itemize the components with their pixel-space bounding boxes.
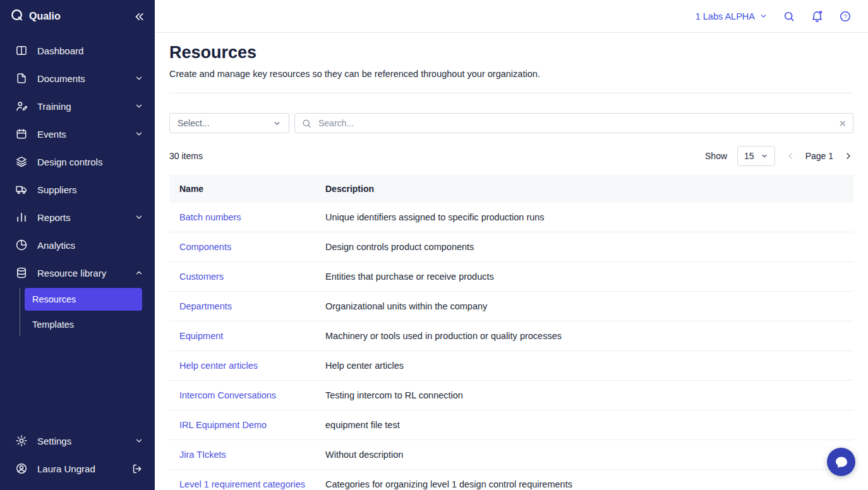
sidebar-item-suppliers[interactable]: Suppliers: [0, 176, 155, 203]
sidebar-item-label: Dashboard: [37, 45, 83, 56]
resource-description: Design controls product components: [325, 242, 853, 252]
bar-chart-icon: [15, 211, 28, 224]
page-indicator: Page 1: [805, 151, 833, 161]
resource-link[interactable]: Batch numbers: [179, 212, 241, 222]
user-name: Laura Ungrad: [37, 463, 95, 474]
resource-library-submenu: Resources Templates: [20, 288, 142, 336]
resource-description: Help center articles: [325, 361, 853, 371]
document-icon: [15, 72, 28, 85]
filter-select[interactable]: Select...: [169, 113, 289, 133]
column-header-name: Name: [169, 184, 325, 194]
resource-description: Unique identifiers assigned to specific …: [325, 212, 853, 222]
database-icon: [15, 266, 28, 279]
sidebar-item-analytics[interactable]: Analytics: [0, 231, 155, 259]
table-row: Level 1 requirement categories Categorie…: [169, 470, 853, 490]
search-box: ✕: [294, 113, 853, 133]
show-label: Show: [705, 151, 727, 161]
chevron-down-icon: [135, 436, 143, 445]
resource-description: Entities that purchase or receive produc…: [325, 272, 853, 282]
chevron-down-icon: [135, 102, 143, 111]
sidebar-subitem-templates[interactable]: Templates: [25, 313, 142, 336]
layers-icon: [15, 155, 28, 168]
search-input[interactable]: [317, 117, 833, 129]
sidebar: Qualio Dashboard Documents: [0, 0, 155, 490]
intercom-chat-button[interactable]: [827, 448, 855, 476]
sidebar-subitem-label: Resources: [32, 294, 76, 304]
global-search-button[interactable]: [783, 10, 795, 23]
help-button[interactable]: ?: [839, 10, 852, 23]
org-switcher[interactable]: 1 Labs ALPHA: [696, 11, 768, 21]
sidebar-subitem-resources[interactable]: Resources: [25, 288, 142, 311]
resource-description: Categories for organizing level 1 design…: [325, 479, 853, 489]
app-logo: Qualio: [10, 8, 61, 25]
training-icon: [15, 100, 28, 112]
double-chevron-left-icon: [133, 11, 145, 23]
table-row: Intercom Conversations Testing intercom …: [169, 381, 853, 410]
chevron-down-icon: [273, 119, 281, 128]
clear-search-icon[interactable]: ✕: [838, 119, 847, 128]
resources-table: Name Description Batch numbers Unique id…: [169, 175, 853, 490]
next-page-button[interactable]: [843, 151, 853, 161]
chevron-right-icon: [843, 151, 853, 161]
notifications-button[interactable]: [811, 9, 824, 23]
table-row: Jira TIckets Without description: [169, 440, 853, 470]
resource-link[interactable]: IRL Equipment Demo: [179, 420, 267, 430]
resource-link[interactable]: Departments: [179, 301, 232, 311]
page-size-value: 15: [744, 151, 754, 161]
table-row: Batch numbers Unique identifiers assigne…: [169, 203, 853, 232]
sidebar-item-design-controls[interactable]: Design controls: [0, 148, 155, 176]
list-toolbar: 30 items Show 15 Page 1: [169, 146, 853, 166]
resource-description: Machinery or tools used in production or…: [325, 331, 853, 341]
sidebar-item-reports[interactable]: Reports: [0, 203, 155, 231]
sidebar-collapse-button[interactable]: [133, 11, 145, 23]
topbar: 1 Labs ALPHA ?: [155, 0, 868, 33]
sidebar-subitem-label: Templates: [32, 320, 74, 330]
user-menu[interactable]: Laura Ungrad: [0, 455, 155, 484]
sidebar-footer: Settings Laura Ungrad: [0, 427, 155, 490]
user-avatar-icon: [15, 462, 28, 475]
sidebar-item-label: Analytics: [37, 240, 75, 251]
resource-link[interactable]: Components: [179, 242, 231, 252]
resource-link[interactable]: Equipment: [179, 331, 223, 341]
page-size-select[interactable]: 15: [737, 146, 775, 166]
search-icon: [301, 118, 312, 129]
logout-icon: [131, 463, 143, 475]
resource-link[interactable]: Level 1 requirement categories: [179, 479, 305, 489]
sidebar-item-events[interactable]: Events: [0, 120, 155, 148]
sidebar-item-resource-library[interactable]: Resource library: [0, 259, 155, 287]
dashboard-icon: [15, 44, 28, 57]
qualio-logo-icon: [10, 8, 24, 25]
sidebar-item-settings[interactable]: Settings: [0, 427, 155, 455]
sidebar-item-label: Events: [37, 129, 66, 140]
notification-dot: [819, 11, 823, 14]
page-subtitle: Create and manage key resources so they …: [169, 69, 853, 79]
resource-link[interactable]: Jira TIckets: [179, 450, 226, 460]
chevron-down-icon: [759, 12, 768, 20]
page-title: Resources: [169, 43, 853, 63]
bell-icon: [811, 9, 824, 23]
resource-description: equipment file test: [325, 420, 853, 430]
sidebar-item-dashboard[interactable]: Dashboard: [0, 37, 155, 64]
table-row: Customers Entities that purchase or rece…: [169, 262, 853, 292]
resource-link[interactable]: Help center articles: [179, 361, 258, 371]
chevron-up-icon: [135, 268, 143, 277]
chevron-down-icon: [135, 129, 143, 138]
sidebar-item-training[interactable]: Training: [0, 92, 155, 120]
resource-description: Organizational units within the company: [325, 301, 853, 311]
search-icon: [783, 10, 795, 23]
column-header-description: Description: [325, 184, 853, 194]
prev-page-button[interactable]: [785, 151, 795, 161]
logout-button[interactable]: [131, 463, 143, 475]
sidebar-item-label: Suppliers: [37, 184, 77, 195]
app-root: Qualio Dashboard Documents: [0, 0, 868, 490]
table-body: Batch numbers Unique identifiers assigne…: [169, 203, 853, 490]
sidebar-item-label: Reports: [37, 212, 71, 223]
resource-link[interactable]: Customers: [179, 272, 224, 282]
sidebar-header: Qualio: [0, 0, 155, 33]
resource-link[interactable]: Intercom Conversations: [179, 390, 276, 400]
sidebar-item-documents[interactable]: Documents: [0, 64, 155, 92]
divider: [169, 93, 853, 93]
table-header: Name Description: [169, 175, 853, 203]
table-row: Help center articles Help center article…: [169, 351, 853, 381]
items-count: 30 items: [169, 151, 203, 161]
